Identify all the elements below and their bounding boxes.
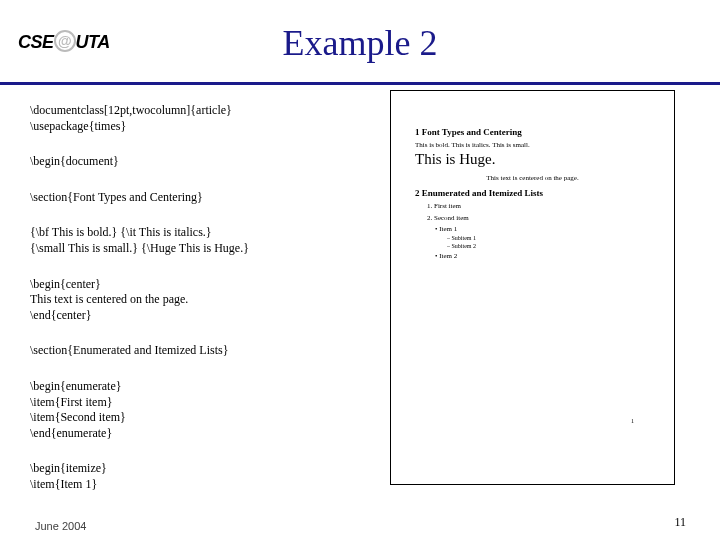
preview-huge: This is Huge. — [415, 151, 650, 168]
code-line: \section{Enumerated and Itemized Lists} — [30, 343, 340, 359]
preview-enum-1: 1. First item — [427, 202, 650, 210]
preview-sub-2: – Subitem 2 — [447, 243, 650, 249]
logo: CSE@UTA — [18, 32, 110, 54]
code-line: \usepackage{times} — [30, 119, 340, 135]
code-line: \end{enumerate} — [30, 426, 340, 442]
latex-source: \documentclass[12pt,twocolumn]{article} … — [30, 103, 340, 493]
preview-item-1: • Item 1 — [435, 225, 650, 233]
code-line: \item{Item 1} — [30, 477, 340, 493]
code-line: This text is centered on the page. — [30, 292, 340, 308]
at-icon: @ — [54, 30, 76, 52]
preview-section-2: 2 Enumerated and Itemized Lists — [415, 188, 650, 198]
code-line: \begin{itemize} — [30, 461, 340, 477]
code-line: \documentclass[12pt,twocolumn]{article} — [30, 103, 340, 119]
preview-item-2: • Item 2 — [435, 252, 650, 260]
code-line: {\bf This is bold.} {\it This is italics… — [30, 225, 340, 241]
preview-col2: 1 — [631, 418, 634, 424]
code-line: \item{Second item} — [30, 410, 340, 426]
code-line: \begin{center} — [30, 277, 340, 293]
code-line: \begin{enumerate} — [30, 379, 340, 395]
output-preview: 1 Font Types and Centering This is bold.… — [390, 90, 675, 485]
logo-left: CSE — [18, 32, 54, 52]
code-line: \section{Font Types and Centering} — [30, 190, 340, 206]
preview-bold-line: This is bold. This is italics. This is s… — [415, 141, 650, 149]
code-line: {\small This is small.} {\Huge This is H… — [30, 241, 340, 257]
code-line: \begin{document} — [30, 154, 340, 170]
preview-sub-1: – Subitem 1 — [447, 235, 650, 241]
preview-centered: This text is centered on the page. — [415, 174, 650, 182]
footer-date: June 2004 — [35, 520, 86, 532]
content-area: \documentclass[12pt,twocolumn]{article} … — [0, 85, 720, 540]
logo-right: UTA — [76, 32, 110, 52]
preview-enum-2: 2. Second item — [427, 214, 650, 222]
code-line: \item{First item} — [30, 395, 340, 411]
footer-page-number: 11 — [674, 515, 686, 530]
slide-header: CSE@UTA Example 2 — [0, 0, 720, 85]
preview-section-1: 1 Font Types and Centering — [415, 127, 650, 137]
code-line: \end{center} — [30, 308, 340, 324]
